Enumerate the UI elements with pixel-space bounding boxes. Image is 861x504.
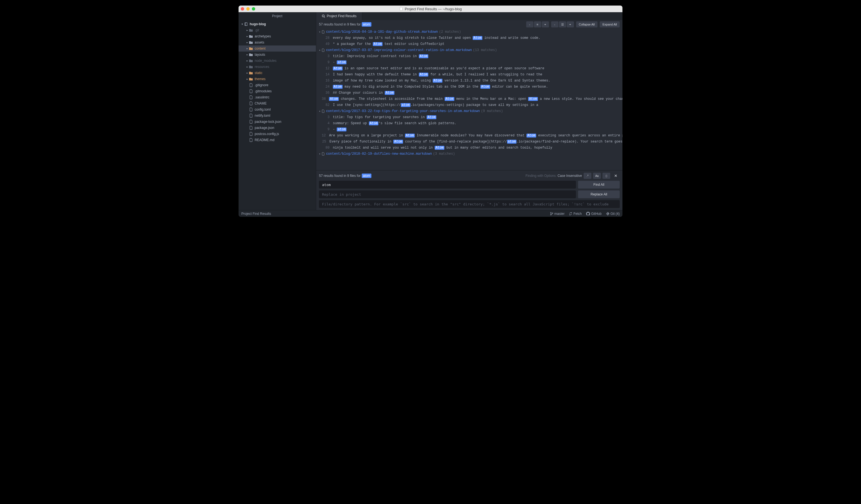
result-line[interactable]: 16image of how my tree view looked on my… bbox=[316, 78, 623, 84]
tree-folder[interactable]: ▸.git bbox=[238, 27, 316, 33]
expand-all-button[interactable]: Expand All bbox=[600, 22, 620, 27]
tree-folder[interactable]: ▸content bbox=[238, 45, 316, 52]
folder-icon bbox=[249, 53, 253, 57]
replace-input[interactable] bbox=[319, 191, 576, 198]
result-line[interactable]: 25Every piece of functionality in Atom c… bbox=[316, 139, 623, 145]
project-sidebar[interactable]: ▾ hugo-blog ▸.git▸archetypes▸assets▸cont… bbox=[238, 20, 316, 210]
result-line[interactable]: 80ninja toolbelt and will serve you well… bbox=[316, 145, 623, 151]
result-line[interactable]: 36## Change your colours in Atom bbox=[316, 90, 623, 96]
chevron-right-icon: ▸ bbox=[245, 35, 249, 38]
result-line[interactable]: 24Atom may need to dig around in the Com… bbox=[316, 84, 623, 90]
tree-folder[interactable]: ▸layouts bbox=[238, 52, 316, 58]
tree-file[interactable]: config.toml bbox=[238, 107, 316, 113]
tree-file[interactable]: .gitmodules bbox=[238, 88, 316, 94]
result-line[interactable]: 14I had been happy with the default them… bbox=[316, 71, 623, 78]
tree-file[interactable]: CNAME bbox=[238, 100, 316, 107]
tree-file[interactable]: package-lock.json bbox=[238, 118, 316, 125]
decrease-context-button[interactable]: - bbox=[526, 22, 533, 27]
tree-item-label: config.toml bbox=[255, 108, 271, 111]
result-line[interactable]: 38Atom changes. The stylesheet is access… bbox=[316, 96, 623, 102]
result-line[interactable]: 4summary: Speed up Atom's slow file sear… bbox=[316, 120, 623, 126]
result-line[interactable]: 28every day anyway, so it's not a big st… bbox=[316, 35, 623, 41]
context-toggle-button[interactable]: ≡ bbox=[534, 22, 541, 27]
find-all-button[interactable]: Find All bbox=[578, 181, 620, 188]
line-number: 25 bbox=[322, 140, 326, 144]
tree-folder[interactable]: ▸assets bbox=[238, 39, 316, 45]
tree-folder[interactable]: ▸node_modules bbox=[238, 58, 316, 64]
replace-all-button[interactable]: Replace All bbox=[578, 191, 620, 198]
result-file-header[interactable]: ▾ content/blog/2017-03-07-improving-colo… bbox=[316, 47, 623, 53]
increase-context-button-2[interactable]: + bbox=[567, 22, 574, 27]
branch-label: master bbox=[555, 212, 565, 216]
match-highlight: Atom bbox=[473, 36, 482, 40]
regex-option-button[interactable]: .* bbox=[584, 173, 591, 179]
line-number: 4 bbox=[322, 122, 329, 125]
tree-file[interactable]: .sasslintrc bbox=[238, 94, 316, 100]
chevron-right-icon: ▸ bbox=[245, 59, 249, 62]
results-tab[interactable]: Project Find Results bbox=[316, 12, 362, 20]
find-input[interactable] bbox=[319, 181, 576, 188]
result-line[interactable]: 9- atom bbox=[316, 126, 623, 132]
tree-folder[interactable]: ▸resources bbox=[238, 64, 316, 70]
match-highlight: Atom bbox=[419, 73, 428, 76]
result-line[interactable]: 3title: Top tips for targeting your sear… bbox=[316, 114, 623, 120]
fetch-label: Fetch bbox=[573, 212, 582, 216]
result-line[interactable]: 82I use the [sync-settings](https://atom… bbox=[316, 102, 623, 108]
line-text: image of how my tree view looked on my M… bbox=[333, 79, 550, 83]
git-item[interactable]: Git (4) bbox=[606, 212, 620, 216]
tree-file[interactable]: README.md bbox=[238, 137, 316, 143]
case-option-button[interactable]: Aa bbox=[593, 173, 601, 179]
tree-folder[interactable]: ▸static bbox=[238, 70, 316, 76]
collapse-all-button[interactable]: Collapse All bbox=[576, 22, 598, 27]
tree-folder[interactable]: ▸archetypes bbox=[238, 33, 316, 39]
maximize-window-button[interactable] bbox=[252, 7, 255, 11]
tree-file[interactable]: postcss.config.js bbox=[238, 131, 316, 137]
decrease-context-button-2[interactable]: - bbox=[551, 22, 558, 27]
tree-file[interactable]: .gitignore bbox=[238, 82, 316, 88]
close-window-button[interactable] bbox=[241, 7, 244, 11]
result-line[interactable]: 12Atom is an open source text editor and… bbox=[316, 66, 623, 71]
match-highlight: Atom bbox=[373, 42, 383, 46]
result-match-count: (13 matches) bbox=[473, 48, 497, 52]
pattern-input[interactable] bbox=[319, 200, 620, 208]
result-file-header[interactable]: ▾ content/blog/2017-03-22-top-tips-for-t… bbox=[316, 108, 623, 114]
minimize-window-button[interactable] bbox=[246, 7, 250, 11]
result-line[interactable]: 3title: Improving colour contrast ratios… bbox=[316, 53, 623, 59]
result-file-header[interactable]: ▾ content/blog/2016-04-10-a-101-day-gith… bbox=[316, 29, 623, 35]
match-highlight: Atom bbox=[427, 115, 436, 119]
tree-item-label: .gitmodules bbox=[255, 89, 272, 93]
tree-item-label: assets bbox=[255, 41, 264, 44]
branch-item[interactable]: master bbox=[550, 212, 565, 216]
results-list[interactable]: ▾ content/blog/2016-04-10-a-101-day-gith… bbox=[316, 29, 623, 170]
result-file-path: content/blog/2017-03-22-top-tips-for-tar… bbox=[326, 109, 480, 113]
github-item[interactable]: GitHub bbox=[586, 212, 601, 216]
tree-root[interactable]: ▾ hugo-blog bbox=[238, 21, 316, 27]
fetch-item[interactable]: Fetch bbox=[569, 212, 582, 216]
chevron-right-icon: ▸ bbox=[245, 41, 249, 44]
tree-file[interactable]: netlify.toml bbox=[238, 113, 316, 118]
statusbar-left[interactable]: Project Find Results bbox=[241, 212, 271, 216]
tree-file[interactable]: package.json bbox=[238, 125, 316, 131]
result-line[interactable]: 9- atom bbox=[316, 59, 623, 66]
result-line[interactable]: 49* a package for the Atom text editor u… bbox=[316, 41, 623, 47]
document-icon bbox=[399, 7, 403, 11]
project-tab[interactable]: Project bbox=[238, 12, 316, 20]
file-icon bbox=[249, 126, 253, 130]
window-title: Project Find Results — ~/hugo-blog bbox=[405, 7, 462, 11]
result-line[interactable]: 12Are you working on a large project in … bbox=[316, 132, 623, 139]
tree-item-label: themes bbox=[255, 77, 265, 81]
match-highlight: atom bbox=[507, 140, 517, 144]
search-icon bbox=[322, 14, 325, 18]
indent-toggle-button[interactable]: ☰ bbox=[559, 22, 566, 27]
tree-item-label: README.md bbox=[255, 138, 274, 142]
tree-item-label: resources bbox=[255, 65, 269, 69]
result-file-header[interactable]: ▾ content/blog/2018-02-19-dotfiles-new-m… bbox=[316, 151, 623, 157]
increase-context-button[interactable]: + bbox=[542, 22, 549, 27]
tree-folder[interactable]: ▸themes bbox=[238, 76, 316, 82]
whole-word-option-button[interactable]: ⌷ bbox=[602, 173, 610, 179]
line-number: 3 bbox=[322, 54, 329, 58]
tree-root-label: hugo-blog bbox=[250, 22, 266, 26]
line-text: Atom is an open source text editor and i… bbox=[333, 67, 544, 70]
find-replace-panel: 57 results found in 9 files for atom Fin… bbox=[316, 170, 623, 210]
close-panel-button[interactable]: ✕ bbox=[612, 173, 620, 179]
